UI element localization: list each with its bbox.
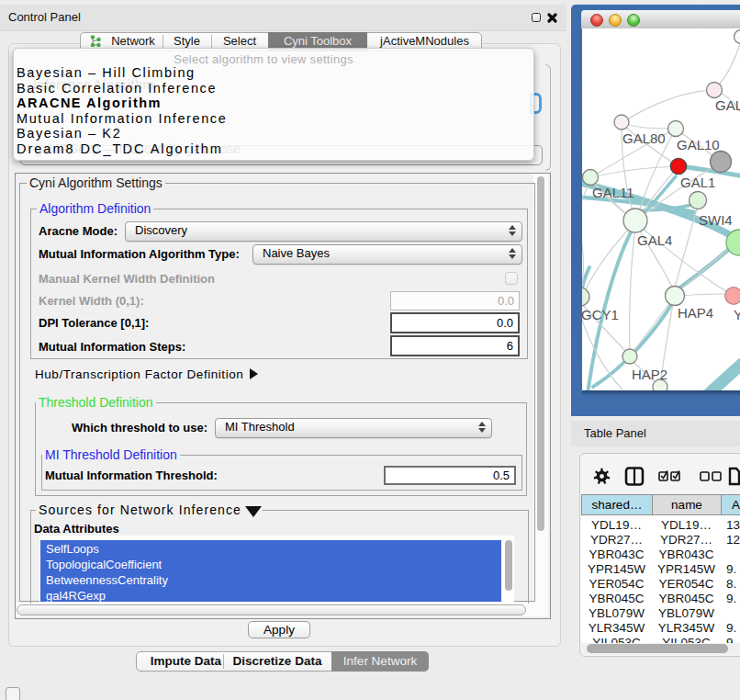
svg-text:SWI4: SWI4 (699, 212, 733, 228)
svg-text:GAL: GAL (715, 97, 740, 113)
svg-text:GAL1: GAL1 (680, 175, 715, 190)
svg-text:HAP2: HAP2 (632, 367, 667, 382)
svg-text:GAL80: GAL80 (622, 130, 666, 146)
svg-text:GAL11: GAL11 (592, 185, 634, 200)
svg-text:HAP4: HAP4 (678, 305, 713, 321)
svg-text:GCY1: GCY1 (582, 307, 619, 322)
svg-text:Y: Y (734, 307, 740, 322)
svg-text:GAL4: GAL4 (637, 232, 672, 248)
svg-text:GAL10: GAL10 (677, 137, 720, 152)
